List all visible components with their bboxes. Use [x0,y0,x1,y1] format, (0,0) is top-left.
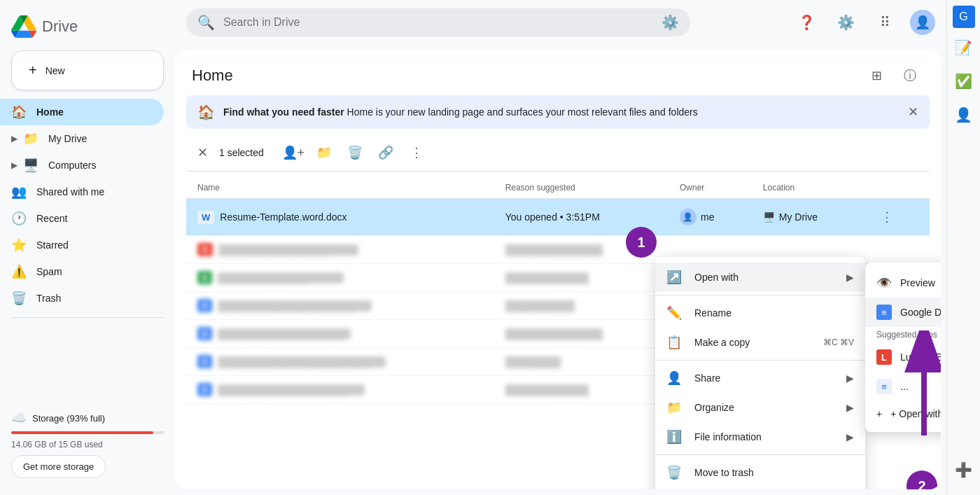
file-name-cell: D██████████████████████ [186,348,494,376]
selection-close-button[interactable]: ✕ [197,145,208,160]
right-sidebar-tasks[interactable]: ✅ [950,67,978,95]
search-bar[interactable]: 🔍 ⚙️ [186,8,690,36]
col-actions [864,177,930,199]
move-to-folder-button[interactable]: 📁 [312,140,337,165]
file-reason: ████████████ [494,264,668,292]
banner-close-button[interactable]: ✕ [908,104,918,120]
sidebar-item-computers[interactable]: ▶ 🖥️ Computers [0,152,164,179]
file-name: ████████████████████ [218,300,372,312]
menu-item-move-trash[interactable]: 🗑️ Move to trash [655,458,865,487]
add-person-button[interactable]: 👤+ [281,140,306,165]
view-controls: ⊞ ⓘ [862,62,924,90]
user-avatar[interactable]: 👤 [910,10,935,35]
filter-icon[interactable]: ⚙️ [662,14,679,31]
menu-item-file-info[interactable]: ℹ️ File information ▶ [655,422,865,452]
file-name: █████████████ [218,272,344,284]
menu-label-make-copy: Make a copy [694,337,750,348]
menu-item-organize[interactable]: 📁 Organize ▶ [655,393,865,422]
selection-bar: ✕ 1 selected 👤+ 📁 🗑️ 🔗 ⋮ [186,134,930,172]
sidebar: Drive + New 🏠 Home ▶ 📁 My Drive ▶ 🖥️ Com… [0,0,175,495]
menu-item-rename[interactable]: ✏️ Rename [655,298,865,328]
top-bar: 🔍 ⚙️ ❓ ⚙️ ⠿ 👤 [175,0,946,45]
sidebar-item-trash[interactable]: 🗑️ Trash [0,285,164,312]
share-icon: 👤 [666,370,683,386]
row-more-button[interactable]: ⋮ [876,206,898,228]
sidebar-label-spam: Spam [36,266,62,277]
file-name-cell: D██████████████████ [186,320,494,348]
help-button[interactable]: ❓ [792,8,820,36]
get-more-storage-button[interactable]: Get more storage [11,455,106,478]
col-location: Location [752,177,864,199]
file-name: ███████████████████ [218,384,365,396]
more-actions-button[interactable]: ⋮ [404,140,429,165]
share-submenu-arrow: ▶ [846,372,854,384]
submenu-arrow-icon: ▶ [846,272,854,283]
copy-icon: 📋 [666,335,683,350]
green-icon: S [197,271,212,284]
right-sidebar-notes[interactable]: 📝 [950,34,978,62]
app-logo: Drive [0,6,175,50]
sidebar-item-home[interactable]: 🏠 Home [0,99,164,125]
submenu-google-docs[interactable]: ≡ Google Docs [865,298,941,327]
sidebar-label-my-drive: My Drive [48,133,87,144]
recent-icon: 🕐 [11,211,25,226]
menu-label-organize: Organize [694,402,734,413]
right-sidebar-calendar[interactable]: G [953,6,975,28]
table-row[interactable]: W Resume-Template.word.docx You opened •… [186,199,930,236]
file-name: ████████████████ [218,244,358,256]
sidebar-item-starred[interactable]: ⭐ Starred [0,232,164,258]
search-icon: 🔍 [197,14,215,31]
sidebar-item-shared[interactable]: 👥 Shared with me [0,179,164,205]
blue-icon2: D [197,327,212,340]
red-icon: G [197,243,213,256]
sidebar-item-recent[interactable]: 🕐 Recent [0,205,164,232]
file-name-cell: D████████████████████ [186,292,494,320]
menu-item-make-copy[interactable]: 📋 Make a copy ⌘C ⌘V [655,328,865,357]
starred-icon: ⭐ [11,237,25,253]
menu-item-not-helpful[interactable]: 👎 Not a helpful suggestion [655,487,865,489]
organize-submenu-arrow: ▶ [846,402,854,413]
grid-view-button[interactable]: ⊞ [862,62,890,90]
sidebar-label-computers: Computers [48,160,96,171]
lumin-icon: L [876,349,892,365]
menu-item-open-with[interactable]: ↗️ Open with ▶ 👁️ Preview ≡ Google Docs … [655,263,865,292]
delete-button[interactable]: 🗑️ [342,140,368,165]
menu-item-share[interactable]: 👤 Share ▶ [655,363,865,393]
sidebar-item-my-drive[interactable]: ▶ 📁 My Drive [0,125,164,152]
file-reason: ████████ [494,348,668,376]
info-button[interactable]: ⓘ [896,62,924,90]
search-input[interactable] [223,16,653,29]
file-name-cell: G████████████████ [186,236,494,264]
move-trash-icon: 🗑️ [666,465,683,480]
menu-label-share: Share [694,372,720,384]
storage-bar-fill [11,431,153,434]
file-name: ██████████████████████ [218,356,386,368]
file-name: Resume-Template.word.docx [220,211,346,223]
col-name: Name [186,177,494,199]
menu-label-file-info: File information [694,431,762,442]
other-app-icon: ≡ [876,379,892,394]
context-menu: ↗️ Open with ▶ 👁️ Preview ≡ Google Docs … [655,257,865,489]
page-header: Home ⊞ ⓘ [175,50,941,95]
sidebar-item-spam[interactable]: ⚠️ Spam [0,258,164,285]
open-with-icon: ↗️ [666,270,683,285]
apps-button[interactable]: ⠿ [871,8,899,36]
submenu-preview[interactable]: 👁️ Preview [865,268,941,298]
new-button[interactable]: + New [11,50,164,90]
file-owner: 👤 me [668,199,752,236]
right-sidebar-add[interactable]: ➕ [950,456,978,484]
selection-actions: 👤+ 📁 🗑️ 🔗 ⋮ [281,140,429,165]
banner-text: Find what you need faster Home is your n… [223,106,899,118]
google-docs-icon: ≡ [876,305,892,320]
link-button[interactable]: 🔗 [373,140,398,165]
table-header: Name Reason suggested Owner Location [186,177,930,199]
file-name: ██████████████████ [218,328,351,340]
settings-button[interactable]: ⚙️ [832,8,860,36]
sidebar-label-trash: Trash [36,293,61,304]
banner-icon: 🏠 [197,104,215,120]
annotation-1: 1 [626,227,657,258]
storage-used-text: 14.06 GB of 15 GB used [11,440,164,449]
right-sidebar-contacts[interactable]: 👤 [950,101,978,129]
annotation-2: 2 [906,470,937,489]
menu-label-open-with: Open with [694,272,738,283]
